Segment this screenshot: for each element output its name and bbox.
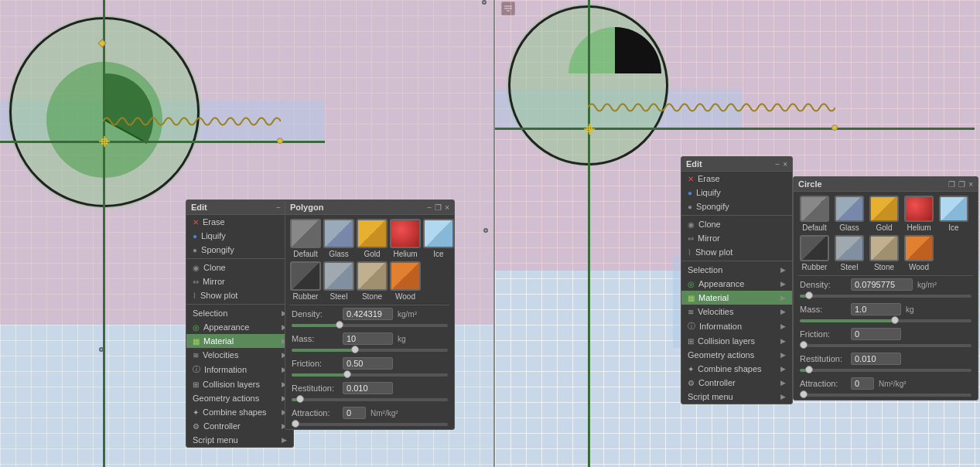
clone-icon-left: ◉ [193,264,200,272]
swatch-default-circle[interactable]: Default [798,196,831,232]
attraction-slider-poly[interactable] [285,421,454,429]
friction-slider-circle[interactable] [794,343,978,350]
edit-left-scriptmenu[interactable]: Script menu [186,433,293,447]
edit-left-collision[interactable]: ⊞ Collision layers [186,377,293,391]
edit-right-geoactions[interactable]: Geometry actions [681,348,792,362]
edit-left-geoactions[interactable]: Geometry actions [186,391,293,405]
swatch-ice-box [423,219,454,248]
friction-slider-thumb-circle[interactable] [800,341,808,349]
mass-value-circle[interactable]: 1.0 [851,303,901,315]
density-value-circle[interactable]: 0.0795775 [851,278,913,291]
edit-left-material[interactable]: ▦ Material [186,334,293,348]
edit-right-liquify[interactable]: ● Liquify [681,186,792,199]
edit-left-showplot[interactable]: ⌇ Show plot [186,288,293,302]
edit-right-spongify[interactable]: ● Spongify [681,199,792,213]
edit-right-velocities[interactable]: ≋ Velocities [681,305,792,319]
edit-right-collision[interactable]: ⊞ Collision layers [681,334,792,348]
density-slider-thumb-poly[interactable] [336,321,343,329]
edit-right-appearance[interactable]: ◎ Appearance [681,277,792,291]
edit-panel-right-minimize[interactable]: − [775,160,780,169]
density-slider-thumb-circle[interactable] [805,291,813,299]
attraction-slider-circle[interactable] [794,392,978,400]
swatch-gold-poly[interactable]: Gold [357,219,388,258]
edit-right-info[interactable]: ⓘ Information [681,319,792,334]
friction-value-poly[interactable]: 0.50 [343,357,393,370]
edit-left-mirror[interactable]: ⇔ Mirror [186,274,293,288]
swatch-gold-circle[interactable]: Gold [868,196,900,232]
edit-right-showplot[interactable]: ⌇ Show plot [681,245,792,259]
edit-right-erase[interactable]: ✕ Erase [681,172,792,186]
mass-value-poly[interactable]: 10 [343,332,393,345]
edit-left-selection[interactable]: Selection [186,306,293,320]
edit-right-controller[interactable]: ⚙ Controller [681,376,792,390]
mass-slider-circle[interactable] [794,318,978,326]
edit-panel-right-close[interactable]: × [783,160,787,169]
polygon-panel-close[interactable]: × [445,203,449,212]
friction-value-circle[interactable]: 0 [851,328,901,340]
friction-slider-thumb-poly[interactable] [343,370,351,378]
mass-slider-poly[interactable] [285,347,454,355]
edit-left-info[interactable]: ⓘ Information [186,362,293,377]
edit-right-scriptmenu[interactable]: Script menu [681,390,792,404]
density-slider-poly[interactable] [285,322,454,330]
swatch-ice-circle[interactable]: Ice [937,196,970,232]
edit-right-material[interactable]: ▦ Material [681,291,792,305]
edit-right-selection[interactable]: Selection [681,263,792,277]
swatch-wood-circle[interactable]: Wood [903,235,935,271]
restitution-value-circle[interactable]: 0.010 [851,353,901,365]
edit-right-combine[interactable]: ✦ Combine shapes [681,362,792,376]
circle-panel-restore2[interactable]: ❐ [958,180,965,189]
edit-left-spongify[interactable]: ● Spongify [186,243,293,257]
edit-panel-left-minimize[interactable]: − [276,203,281,212]
swatch-stone-circle[interactable]: Stone [868,235,900,271]
col-icon-right: ⊞ [688,337,694,346]
swatch-glass-circle[interactable]: Glass [833,196,866,232]
spring-end-dot-left[interactable] [277,138,283,144]
swatch-rubber-poly[interactable]: Rubber [290,261,321,301]
edit-left-erase[interactable]: ✕ Erase [186,215,293,229]
swatch-wood-poly[interactable]: Wood [390,261,421,301]
edit-left-appearance[interactable]: ◎ Appearance [186,320,293,334]
swatch-steel-circle[interactable]: Steel [833,235,866,271]
swatch-helium-circle[interactable]: Helium [903,196,935,232]
edit-left-clone[interactable]: ◉ Clone [186,261,293,274]
edit-left-liquify[interactable]: ● Liquify [186,229,293,243]
edit-left-controller[interactable]: ⚙ Controller [186,419,293,433]
small-handle-top-right-left[interactable] [482,0,487,5]
circle-panel-close[interactable]: × [968,180,973,189]
density-slider-circle[interactable] [794,293,978,301]
small-handle-bottom-left[interactable] [483,228,488,233]
attraction-slider-thumb-circle[interactable] [800,390,808,398]
density-value-poly[interactable]: 0.424319 [343,308,393,320]
edit-left-combine[interactable]: ✦ Combine shapes [186,405,293,419]
restitution-value-poly[interactable]: 0.010 [343,382,393,394]
swatch-default-poly[interactable]: Default [290,219,321,258]
attraction-slider-thumb-poly[interactable] [292,420,299,428]
restitution-slider-poly[interactable] [285,397,454,404]
attraction-label-poly: Attraction: [292,408,338,418]
small-handle-left[interactable] [99,347,104,352]
attraction-value-poly[interactable]: 0 [343,407,366,419]
swatch-helium-poly[interactable]: Helium [390,219,421,258]
restitution-slider-thumb-poly[interactable] [296,395,304,403]
mass-slider-thumb-poly[interactable] [351,346,359,353]
edit-right-mirror[interactable]: ⇔ Mirror [681,231,792,245]
friction-slider-poly[interactable] [285,372,454,380]
swatch-rubber-box-c [800,235,829,261]
edit-left-velocities[interactable]: ≋ Velocities [186,348,293,362]
swatch-steel-poly[interactable]: Steel [323,261,354,301]
mass-slider-thumb-circle[interactable] [891,316,899,324]
polygon-panel-restore[interactable]: ❐ [435,203,442,212]
spring-end-dot-right[interactable] [831,124,838,131]
polygon-panel-minimize[interactable]: − [427,203,432,212]
circle-panel-restore1[interactable]: ❐ [948,180,955,189]
swatch-stone-poly[interactable]: Stone [357,261,388,301]
edit-right-clone[interactable]: ◉ Clone [681,217,792,231]
attraction-value-circle[interactable]: 0 [851,377,874,390]
restitution-slider-thumb-circle[interactable] [805,366,813,373]
restitution-slider-circle[interactable] [794,367,978,375]
mass-unit-poly: kg [398,335,406,343]
swatch-glass-poly[interactable]: Glass [323,219,354,258]
swatch-ice-poly[interactable]: Ice [423,219,454,258]
swatch-rubber-circle[interactable]: Rubber [798,235,831,271]
